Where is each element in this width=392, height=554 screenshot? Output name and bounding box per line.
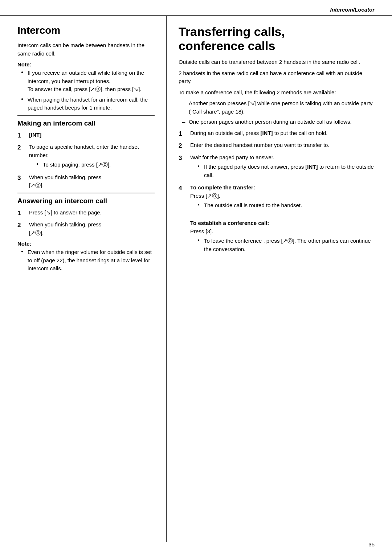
step-2-sub: To stop paging, press [↗ⓞ]. xyxy=(36,161,155,169)
answering-notes: Even when the ringer volume for outside … xyxy=(17,248,155,273)
dash-item-1: Another person presses [↘] while one per… xyxy=(182,99,375,116)
tr-step-4: 4 To complete the transfer: Press [↗ⓞ]. … xyxy=(179,184,375,255)
transfer-intro-3: To make a conference call, the following… xyxy=(179,89,375,97)
step-2: 2 To page a specific handset, enter the … xyxy=(17,143,155,171)
page-footer: 35 xyxy=(368,541,375,547)
step-1: 1 [INT] xyxy=(17,131,155,140)
note-sub-1: To answer the call, press [↗ⓞ], then pre… xyxy=(28,86,142,92)
note-label-2: Note: xyxy=(17,241,155,247)
tr-step-2: 2 Enter the desired handset number you w… xyxy=(179,141,375,151)
intercom-notes: If you receive an outside call while tal… xyxy=(17,69,155,112)
transfer-steps: 1 During an outside call, press [INT] to… xyxy=(179,129,375,255)
step-3: 3 When you finish talking, press[↗ⓞ]. xyxy=(17,173,155,190)
content-area: Intercom Intercom calls can be made betw… xyxy=(0,16,392,542)
ans-note-1: Even when the ringer volume for outside … xyxy=(21,248,155,273)
note-item-1: If you receive an outside call while tal… xyxy=(21,69,155,94)
making-intercom-title: Making an intercom call xyxy=(17,115,155,127)
transfer-dash-list: Another person presses [↘] while one per… xyxy=(179,99,375,126)
dash-item-2: One person pages another person during a… xyxy=(182,118,375,126)
header-title: Intercom/Locator xyxy=(330,7,375,13)
transfer-title: Transferring calls,conference calls xyxy=(179,25,375,53)
transfer-intro-1: Outside calls can be transferred between… xyxy=(179,58,375,66)
answering-intercom-steps: 1 Press [↘] to answer the page. 2 When y… xyxy=(17,209,155,237)
tr-step-1: 1 During an outside call, press [INT] to… xyxy=(179,129,375,139)
ans-step-2: 2 When you finish talking, press[↗ⓞ]. xyxy=(17,221,155,237)
ans-step-1: 1 Press [↘] to answer the page. xyxy=(17,209,155,218)
note-label-1: Note: xyxy=(17,61,155,67)
tr-step-3: 3 Wait for the paged party to answer. If… xyxy=(179,153,375,181)
right-column: Transferring calls,conference calls Outs… xyxy=(167,16,392,542)
making-intercom-steps: 1 [INT] 2 To page a specific handset, en… xyxy=(17,131,155,190)
tr-step-4-sub-1: The outside call is routed to the handse… xyxy=(197,201,375,210)
conference-label: To establish a conference call: xyxy=(190,220,269,226)
left-column: Intercom Intercom calls can be made betw… xyxy=(0,16,167,542)
transfer-intro-2: 2 handsets in the same radio cell can ha… xyxy=(179,69,375,86)
intercom-intro: Intercom calls can be made between hands… xyxy=(17,41,155,58)
note-item-2: When paging the handset for an intercom … xyxy=(21,96,155,112)
intercom-title: Intercom xyxy=(17,25,155,36)
page-header: Intercom/Locator xyxy=(0,0,392,16)
answering-intercom-title: Answering an intercom call xyxy=(17,193,155,205)
tr-step-4-sub-2: To leave the conference , press [↗ⓞ]. Th… xyxy=(197,237,375,253)
page-number: 35 xyxy=(368,541,375,547)
tr-step-3-sub: If the paged party does not answer, pres… xyxy=(197,163,375,179)
